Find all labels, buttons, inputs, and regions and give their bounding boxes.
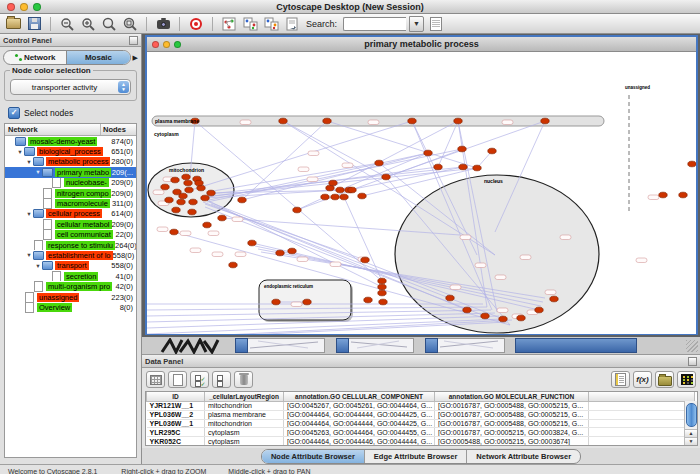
graph-node[interactable] [171, 177, 179, 183]
tree-row[interactable]: nucleobase-209(0) [5, 178, 136, 188]
zoom-out-icon[interactable] [58, 16, 76, 32]
graph-node[interactable] [361, 257, 369, 263]
graph-node[interactable] [375, 160, 383, 166]
attribute-notes-icon[interactable] [611, 371, 630, 388]
graph-node[interactable] [207, 190, 215, 196]
graph-node[interactable] [177, 199, 185, 205]
tree-row[interactable]: ▼cellular process614(0) [5, 209, 136, 219]
tree-row[interactable]: secretion41(0) [5, 271, 136, 281]
scroll-down-icon[interactable]: ▼ [685, 437, 697, 445]
graph-node[interactable] [293, 207, 301, 213]
table-row[interactable]: YPL036W__2plasma membrane[GO:0044464, GO… [147, 410, 695, 419]
save-session-icon[interactable] [25, 16, 43, 32]
graph-node[interactable] [517, 315, 525, 321]
graph-node[interactable] [179, 193, 187, 199]
copy-network-view-icon[interactable] [241, 16, 259, 32]
tree-row[interactable]: macromolecule311(0) [5, 198, 136, 208]
graph-node[interactable] [458, 146, 466, 152]
tree-row[interactable]: cellular metabol209(0) [5, 219, 136, 229]
table-row[interactable]: YDR039C__1mitochondrion[GO:0044464, GO:0… [147, 445, 695, 446]
graph-node[interactable] [378, 278, 386, 284]
search-dropdown-icon[interactable]: ▼ [409, 16, 424, 32]
graph-node[interactable] [329, 180, 337, 186]
tab-node-attribute-browser[interactable]: Node Attribute Browser [262, 450, 364, 463]
new-attribute-icon[interactable] [168, 371, 187, 388]
table-row[interactable]: YKR052Ccytoplasm[GO:0044464, GO:0044446,… [147, 437, 695, 446]
tree-row[interactable]: ▼primary metabo209(... [5, 167, 136, 177]
graph-node[interactable] [454, 118, 462, 124]
graph-node[interactable] [535, 307, 543, 313]
copy-network-view-icon-2[interactable] [262, 16, 280, 32]
graph-node[interactable] [382, 174, 390, 180]
graph-node[interactable] [550, 296, 558, 302]
graph-node[interactable] [321, 194, 329, 200]
float-panel-icon[interactable] [129, 36, 138, 45]
background-window-sliver[interactable] [438, 338, 505, 353]
zoom-fit-icon[interactable] [121, 16, 139, 32]
table-row[interactable]: YLR295Ccytoplasm[GO:0045263, GO:0044464,… [147, 428, 695, 437]
graph-node[interactable] [248, 240, 256, 246]
graph-node[interactable] [288, 248, 296, 254]
graph-node[interactable] [364, 297, 372, 303]
table-header[interactable]: annotation.GO MOLECULAR_FUNCTION [435, 392, 589, 402]
graph-node[interactable] [446, 295, 454, 301]
network-canvas[interactable]: plasma membranecytoplasmmitochondrionnuc… [147, 52, 696, 334]
graph-node[interactable] [340, 194, 348, 200]
function-builder-icon[interactable]: f(x) [633, 371, 652, 388]
zoom-selected-icon[interactable] [100, 16, 118, 32]
table-row[interactable]: YPL036W__1mitochondrion[GO:0044464, GO:0… [147, 419, 695, 428]
search-options-icon[interactable] [427, 16, 445, 32]
node-color-select[interactable]: transporter activity ▲▼ [10, 79, 131, 95]
select-nodes-checkbox[interactable]: ✓ [8, 107, 20, 119]
tree-row[interactable]: ▼transport558(0) [5, 261, 136, 271]
graph-node[interactable] [488, 148, 496, 154]
tab-mosaic[interactable]: Mosaic [66, 51, 129, 64]
graph-node[interactable] [378, 284, 386, 290]
open-session-icon[interactable] [4, 16, 22, 32]
snapshot-icon[interactable] [154, 16, 172, 32]
graph-node[interactable] [182, 174, 190, 180]
background-window-sliver[interactable] [248, 338, 325, 353]
import-annotation-icon[interactable] [283, 16, 301, 32]
graph-node[interactable] [379, 299, 387, 305]
tree-row[interactable]: ▼metabolic process280(0) [5, 157, 136, 167]
table-header[interactable]: _cellularLayoutRegion [205, 392, 284, 402]
graph-node[interactable] [348, 187, 356, 193]
graph-node[interactable] [303, 299, 311, 305]
graph-node[interactable] [189, 199, 197, 205]
unselect-attributes-icon[interactable] [212, 371, 231, 388]
scroll-up-icon[interactable]: ▲ [685, 429, 697, 437]
tree-column-network[interactable]: Network [5, 124, 101, 135]
float-panel-icon[interactable] [688, 357, 697, 366]
graph-node[interactable] [172, 207, 180, 213]
graph-node[interactable] [195, 180, 203, 186]
graph-node[interactable] [203, 222, 211, 228]
attribute-matrix-icon[interactable] [677, 371, 696, 388]
graph-node[interactable] [499, 316, 507, 322]
graph-node[interactable] [161, 184, 169, 190]
table-header[interactable]: annotation.GO CELLULAR_COMPONENT [284, 392, 435, 402]
graph-node[interactable] [279, 118, 287, 124]
background-window-sliver[interactable] [349, 338, 414, 353]
scrollbar-thumb[interactable] [686, 403, 697, 427]
tree-row[interactable]: nitrogen compo209(0) [5, 188, 136, 198]
network-overview-icon[interactable] [220, 16, 238, 32]
graph-node[interactable] [459, 164, 467, 170]
table-header[interactable] [589, 392, 695, 402]
graph-node[interactable] [272, 299, 280, 305]
background-window-sliver[interactable] [336, 338, 349, 353]
tree-row[interactable]: ▼biological_process651(0) [5, 146, 136, 156]
tab-overflow-icon[interactable]: ▶ [133, 54, 138, 62]
graph-node[interactable] [688, 161, 696, 167]
graph-node[interactable] [473, 165, 481, 171]
graph-node[interactable] [463, 307, 471, 313]
graph-node[interactable] [184, 180, 192, 186]
tree-column-nodes[interactable]: Nodes [101, 124, 136, 135]
background-window-sliver[interactable] [235, 338, 248, 353]
graph-node[interactable] [434, 164, 442, 170]
graph-node[interactable] [336, 187, 344, 193]
tree-row[interactable]: mosaic-demo-yeast874(0) [5, 136, 136, 146]
tab-network-attribute-browser[interactable]: Network Attribute Browser [466, 450, 580, 463]
background-window-titlebar[interactable] [515, 338, 637, 353]
graph-node[interactable] [188, 209, 196, 215]
